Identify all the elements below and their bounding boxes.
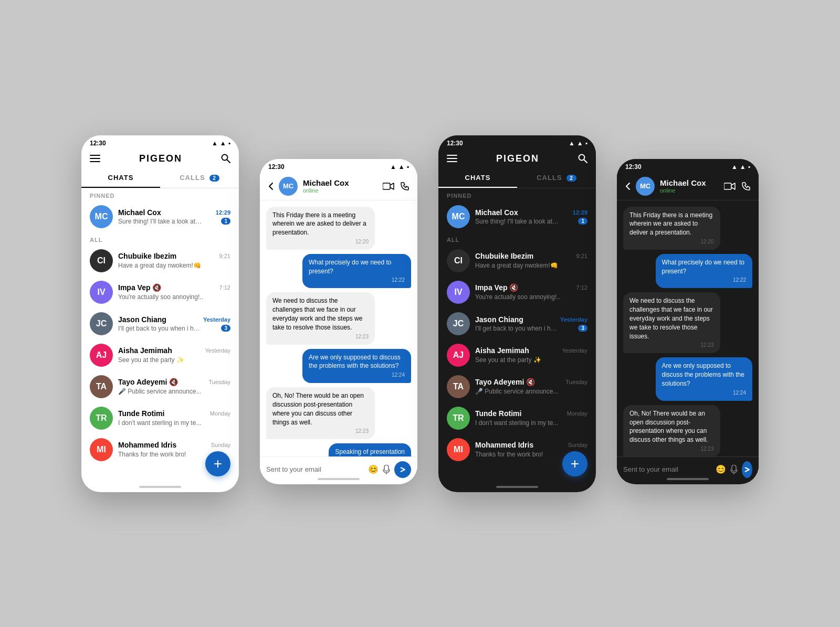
avatar-michael-3: MC xyxy=(447,205,470,228)
svg-rect-2 xyxy=(90,161,100,162)
send-button-4[interactable] xyxy=(742,461,752,478)
fab-new-chat-3[interactable]: + xyxy=(562,451,587,476)
video-call-button-4[interactable] xyxy=(724,182,736,190)
emoji-button-2[interactable]: 😊 xyxy=(368,464,379,474)
chat-name-tunde-1: Tunde Rotimi xyxy=(118,409,164,418)
chat-item-tunde-1[interactable]: TR Tunde Rotimi Monday I don't want ster… xyxy=(81,402,239,434)
chat-info-aisha-3: Aisha Jemimah Yesterday See you at the p… xyxy=(475,346,587,364)
bubble-5-2: Oh, No! There would be an open discussio… xyxy=(266,387,375,439)
chat-name-chubuike-1: Chubuike Ibezim xyxy=(118,252,176,260)
battery-icon-2: ▪ xyxy=(407,163,409,171)
status-icons-2: ▲ ▲ ▪ xyxy=(390,163,409,171)
chat-time-tayo-3: Tuesday xyxy=(565,379,587,385)
fab-new-chat-1[interactable]: + xyxy=(205,451,230,476)
bubble-4-4: Are we only supposed to discuss the prob… xyxy=(656,357,753,400)
mic-button-2[interactable] xyxy=(383,465,390,474)
back-button-2[interactable] xyxy=(268,182,274,190)
chat-header-2: MC Michael Cox online xyxy=(260,173,417,200)
chat-preview-chubuike-3: Have a great day nwokem!👊 xyxy=(475,262,558,269)
bubble-1-4: This Friday there is a meeting wherein w… xyxy=(623,207,720,250)
chat-item-michael-3[interactable]: MC Michael Cox 12:29 Sure thing! I'll ta… xyxy=(438,201,596,232)
back-button-4[interactable] xyxy=(625,182,631,190)
msg-row-1-4: This Friday there is a meeting wherein w… xyxy=(623,207,752,250)
app-title-3: PIGEON xyxy=(496,153,539,164)
app-header-3: PIGEON xyxy=(438,149,596,168)
message-input-2[interactable] xyxy=(266,465,364,473)
chat-item-jason-3[interactable]: JC Jason Chiang Yesterday I'll get back … xyxy=(438,308,596,339)
msg-row-2-2: What precisely do we need to present? 12… xyxy=(266,254,411,289)
chat-info-impa-3: Impa Vep 🔇 7:12 You're actually soo anno… xyxy=(475,283,587,301)
avatar-michael-1: MC xyxy=(90,205,113,228)
chat-item-aisha-3[interactable]: AJ Aisha Jemimah Yesterday See you at th… xyxy=(438,339,596,371)
status-time-2: 12:30 xyxy=(268,163,285,171)
menu-button-3[interactable] xyxy=(447,155,457,162)
avatar-mohammed-3: MI xyxy=(447,438,470,461)
app-header-1: PIGEON xyxy=(81,149,239,168)
voice-call-button-4[interactable] xyxy=(742,182,750,190)
chat-item-michael-1[interactable]: MC Michael Cox 12:29 Sure thing! I'll ta… xyxy=(81,201,239,232)
chat-item-jason-1[interactable]: JC Jason Chiang Yesterday I'll get back … xyxy=(81,308,239,339)
chat-time-michael-3: 12:29 xyxy=(573,209,587,216)
home-indicator-4 xyxy=(667,478,709,480)
chat-item-tayo-1[interactable]: TA Tayo Adeyemi 🔇 Tuesday 🎤 Public servi… xyxy=(81,371,239,402)
tab-chats-1[interactable]: CHATS xyxy=(81,168,160,188)
status-icons-3: ▲ ▲ ▪ xyxy=(569,140,587,147)
chat-item-impa-3[interactable]: IV Impa Vep 🔇 7:12 You're actually soo a… xyxy=(438,277,596,308)
tab-calls-3[interactable]: CALLS 2 xyxy=(517,168,596,188)
menu-button-1[interactable] xyxy=(90,155,100,162)
tab-chats-3[interactable]: CHATS xyxy=(438,168,517,188)
all-label-3: ALL xyxy=(438,232,596,245)
chat-preview-tunde-3: I don't want sterling in my te... xyxy=(475,419,558,427)
status-bar-2: 12:30 ▲ ▲ ▪ xyxy=(260,159,417,173)
voice-call-button-2[interactable] xyxy=(401,182,409,190)
chat-preview-michael-3: Sure thing! I'll take a look at it ... xyxy=(475,218,559,225)
send-button-2[interactable] xyxy=(394,461,411,478)
status-bar-4: 12:30 ▲ ▲ ▪ xyxy=(617,159,759,173)
chat-time-michael-1: 12:29 xyxy=(216,209,230,216)
phone-4-chat-detail-dark: 12:30 ▲ ▲ ▪ MC Michael Cox online xyxy=(617,159,759,484)
avatar-aisha-3: AJ xyxy=(447,344,470,367)
chat-time-chubuike-1: 9:21 xyxy=(219,253,230,259)
mic-button-4[interactable] xyxy=(730,465,738,474)
avatar-jason-1: JC xyxy=(90,312,113,335)
avatar-impa-1: IV xyxy=(90,281,113,304)
unread-jason-1: 3 xyxy=(221,325,230,332)
chat-item-chubuike-3[interactable]: CI Chubuike Ibezim 9:21 Have a great day… xyxy=(438,245,596,277)
chat-name-chubuike-3: Chubuike Ibezim xyxy=(475,252,533,260)
wifi-icon-2: ▲ xyxy=(390,163,396,171)
message-input-4[interactable] xyxy=(623,465,711,473)
chat-item-tayo-3[interactable]: TA Tayo Adeyemi 🔇 Tuesday 🎤 Public servi… xyxy=(438,371,596,402)
search-button-1[interactable] xyxy=(221,154,230,163)
search-button-3[interactable] xyxy=(578,154,587,163)
chat-name-mohammed-1: Mohammed Idris xyxy=(118,441,176,449)
msg-row-5-2: Oh, No! There would be an open discussio… xyxy=(266,387,411,439)
unread-jason-3: 3 xyxy=(578,325,587,332)
video-call-button-2[interactable] xyxy=(383,182,394,190)
chat-info-jason-3: Jason Chiang Yesterday I'll get back to … xyxy=(475,315,587,332)
msg-row-4-4: Are we only supposed to discuss the prob… xyxy=(623,357,752,400)
emoji-button-4[interactable]: 😊 xyxy=(716,464,726,474)
avatar-tayo-3: TA xyxy=(447,375,470,398)
avatar-chubuike-3: CI xyxy=(447,249,470,272)
chat-time-tayo-1: Tuesday xyxy=(208,379,230,385)
svg-rect-10 xyxy=(447,161,457,162)
tab-calls-1[interactable]: CALLS 2 xyxy=(160,168,239,188)
svg-rect-8 xyxy=(447,155,457,156)
pinned-label-1: PINNED xyxy=(81,188,239,201)
svg-rect-13 xyxy=(724,183,731,189)
bubble-4-2: Are we only supposed to discuss the prob… xyxy=(302,349,411,384)
chat-preview-jason-1: I'll get back to you when i ha... xyxy=(118,325,202,332)
chat-item-impa-1[interactable]: IV Impa Vep 🔇 7:12 You're actually soo a… xyxy=(81,277,239,308)
chat-item-aisha-1[interactable]: AJ Aisha Jemimah Yesterday See you at th… xyxy=(81,339,239,371)
msg-row-6-2: Speaking of presentation 12:24 xyxy=(266,443,411,456)
bubble-time-4-4: 12:24 xyxy=(662,389,747,397)
msg-row-5-4: Oh, No! There would be an open discussio… xyxy=(623,405,752,456)
home-indicator-2 xyxy=(318,478,360,480)
bubble-5-4: Oh, No! There would be an open discussio… xyxy=(623,405,720,456)
chat-header-info-2: Michael Cox online xyxy=(303,178,377,194)
chat-name-jason-1: Jason Chiang xyxy=(118,315,166,324)
chat-preview-tayo-3: 🎤 Public service announce... xyxy=(475,388,558,395)
bubble-2-4: What precisely do we need to present? 12… xyxy=(656,254,753,289)
chat-item-tunde-3[interactable]: TR Tunde Rotimi Monday I don't want ster… xyxy=(438,402,596,434)
chat-item-chubuike-1[interactable]: CI Chubuike Ibezim 9:21 Have a great day… xyxy=(81,245,239,277)
